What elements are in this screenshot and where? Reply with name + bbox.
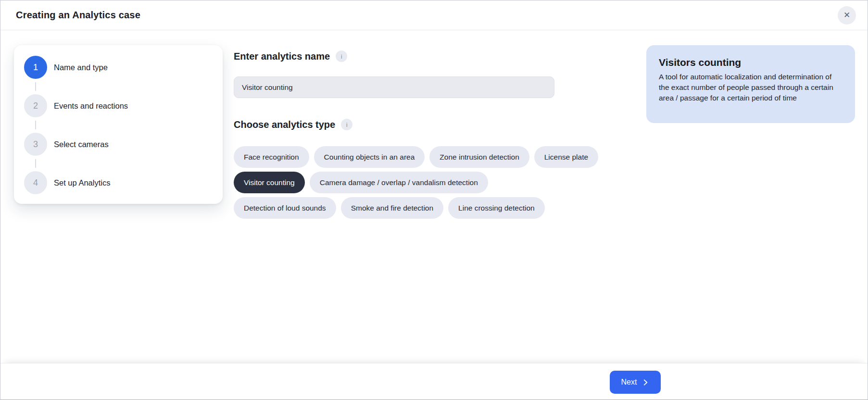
- modal-body: 1Name and type2Events and reactions3Sele…: [0, 31, 868, 400]
- analytics-type-chips: Face recognitionCounting objects in an a…: [234, 146, 647, 223]
- info-panel-title: Visitors counting: [659, 57, 843, 68]
- step-connector: [35, 121, 36, 129]
- analytics-type-chip[interactable]: Face recognition: [234, 146, 309, 168]
- step-connector: [35, 82, 36, 91]
- stepper-step-4[interactable]: 4Set up Analytics: [24, 171, 211, 194]
- stepper-step-3[interactable]: 3Select cameras: [24, 133, 211, 156]
- info-panel-description: A tool for automatic localization and de…: [659, 72, 843, 103]
- analytics-type-chip[interactable]: Counting objects in an area: [314, 146, 425, 168]
- name-section-heading: Enter analytics name i: [234, 50, 347, 62]
- info-icon[interactable]: i: [341, 119, 352, 130]
- next-button[interactable]: Next: [610, 371, 661, 394]
- analytics-type-chip[interactable]: Detection of loud sounds: [234, 197, 336, 219]
- analytics-case-modal: Creating an Analytics case ✕ 1Name and t…: [0, 0, 868, 400]
- analytics-type-chip[interactable]: Camera damage / overlap / vandalism dete…: [310, 172, 488, 193]
- analytics-name-input[interactable]: [234, 76, 554, 98]
- analytics-type-chip[interactable]: Zone intrusion detection: [429, 146, 529, 168]
- step-connector: [35, 159, 36, 168]
- close-icon: ✕: [843, 11, 850, 19]
- analytics-type-chip[interactable]: Smoke and fire detection: [341, 197, 443, 219]
- step-label: Select cameras: [54, 140, 109, 149]
- modal-footer: Next: [0, 363, 868, 400]
- type-heading-label: Choose analytics type: [234, 119, 335, 130]
- info-icon[interactable]: i: [336, 50, 347, 62]
- stepper-card: 1Name and type2Events and reactions3Sele…: [14, 45, 223, 204]
- step-number-badge: 3: [24, 133, 47, 156]
- stepper-step-1[interactable]: 1Name and type: [24, 56, 211, 79]
- step-number-badge: 2: [24, 94, 47, 117]
- step-label: Set up Analytics: [54, 178, 110, 188]
- analytics-type-chip[interactable]: License plate: [534, 146, 598, 168]
- close-button[interactable]: ✕: [838, 6, 856, 25]
- type-section-heading: Choose analytics type i: [234, 119, 352, 130]
- modal-header: Creating an Analytics case ✕: [0, 0, 868, 30]
- step-label: Events and reactions: [54, 101, 128, 111]
- next-button-label: Next: [621, 378, 637, 387]
- step-number-badge: 4: [24, 171, 47, 194]
- chip-row: Face recognitionCounting objects in an a…: [234, 146, 647, 168]
- analytics-info-panel: Visitors counting A tool for automatic l…: [646, 45, 855, 123]
- chip-row: Visitor countingCamera damage / overlap …: [234, 172, 647, 193]
- name-heading-label: Enter analytics name: [234, 51, 330, 62]
- stepper-steps: 1Name and type2Events and reactions3Sele…: [24, 56, 211, 194]
- step-label: Name and type: [54, 63, 108, 72]
- stepper-step-2[interactable]: 2Events and reactions: [24, 94, 211, 117]
- analytics-type-chip[interactable]: Line crossing detection: [448, 197, 545, 219]
- analytics-type-chip[interactable]: Visitor counting: [234, 172, 305, 193]
- chip-row: Detection of loud soundsSmoke and fire d…: [234, 197, 647, 219]
- step-number-badge: 1: [24, 56, 47, 79]
- chevron-right-icon: [642, 379, 649, 386]
- page-title: Creating an Analytics case: [16, 10, 140, 21]
